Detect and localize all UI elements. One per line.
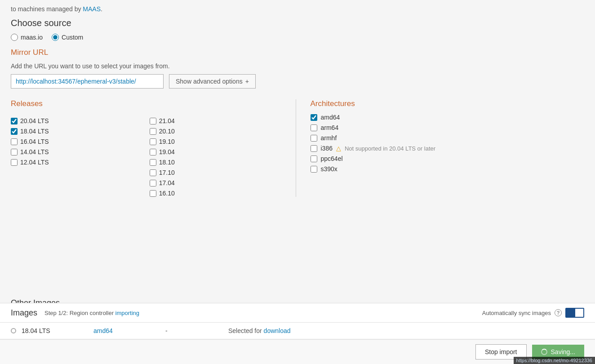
info-icon[interactable]: ?: [555, 309, 562, 316]
release-19-04[interactable]: 19.04: [150, 148, 285, 155]
choose-source-section: Choose source maas.io Custom: [0, 13, 595, 44]
auto-sync-toggle[interactable]: [565, 308, 584, 318]
release-21-04-label: 21.04: [159, 117, 175, 124]
release-20-10[interactable]: 20.10: [150, 128, 285, 135]
show-advanced-label: Show advanced options: [176, 78, 243, 85]
choose-source-title: Choose source: [11, 18, 584, 28]
show-advanced-button[interactable]: Show advanced options +: [169, 74, 256, 89]
releases-right: 21.04 20.10 19.10 19.04: [150, 114, 285, 197]
arch-armhf[interactable]: armhf: [311, 134, 585, 142]
architectures-title: Architectures: [311, 99, 585, 108]
auto-sync-container: Automatically sync images ?: [482, 308, 584, 318]
images-footer: Images Step 1/2: Region controller impor…: [0, 303, 595, 364]
checkbox-16-04[interactable]: [11, 138, 18, 145]
mirror-url-section: Mirror URL Add the URL you want to use t…: [0, 44, 595, 96]
release-16-04-label: 16.04 LTS: [20, 138, 49, 145]
release-14-04-label: 14.04 LTS: [20, 148, 49, 155]
releases-grid: 20.04 LTS 18.04 LTS 16.04 LTS 14.04: [11, 114, 285, 197]
checkbox-17-10[interactable]: [150, 169, 156, 176]
warning-icon-i386: △: [336, 145, 341, 152]
mirror-url-title: Mirror URL: [11, 48, 584, 57]
image-release: 18.04 LTS: [22, 327, 93, 334]
download-link[interactable]: download: [264, 327, 291, 334]
radio-custom-label: Custom: [62, 34, 83, 41]
release-20-04-label: 20.04 LTS: [20, 117, 49, 124]
url-bar-text: https://blog.csdn.net/mo-49212336: [516, 358, 592, 363]
arch-arm64[interactable]: arm64: [311, 124, 585, 131]
image-arch: amd64: [93, 327, 165, 334]
release-18-10[interactable]: 18.10: [150, 159, 285, 166]
release-14-04[interactable]: 14.04 LTS: [11, 148, 146, 155]
arch-i386[interactable]: i386 △ Not supported in 20.04 LTS or lat…: [311, 145, 585, 152]
arch-ppc64el[interactable]: ppc64el: [311, 155, 585, 162]
checkbox-14-04[interactable]: [11, 149, 18, 155]
footer-spacer: [0, 204, 595, 294]
release-21-04[interactable]: 21.04: [150, 117, 285, 124]
release-20-04[interactable]: 20.04 LTS: [11, 117, 146, 124]
checkbox-i386[interactable]: [311, 145, 317, 152]
images-title: Images: [11, 308, 37, 318]
release-17-10[interactable]: 17.10: [150, 169, 285, 176]
maas-link[interactable]: MAAS: [83, 5, 101, 13]
footer-actions: Stop import Saving...: [0, 339, 595, 364]
release-19-04-label: 19.04: [159, 148, 175, 155]
checkbox-amd64[interactable]: [311, 114, 317, 121]
source-radio-group: maas.io Custom: [11, 34, 584, 41]
checkbox-s390x[interactable]: [311, 166, 317, 173]
checkbox-ppc64el[interactable]: [311, 155, 317, 162]
release-12-04[interactable]: 12.04 LTS: [11, 159, 146, 166]
release-16-04[interactable]: 16.04 LTS: [11, 138, 146, 145]
release-19-10[interactable]: 19.10: [150, 138, 285, 145]
releases-column: Releases 20.04 LTS 18.04 LTS: [11, 99, 296, 197]
arch-amd64-label: amd64: [321, 114, 340, 121]
checkbox-21-04[interactable]: [150, 118, 156, 124]
checkbox-16-10[interactable]: [150, 190, 156, 197]
release-16-10[interactable]: 16.10: [150, 190, 285, 197]
release-17-04-label: 17.04: [159, 179, 175, 186]
not-supported-text-i386: Not supported in 20.04 LTS or later: [345, 145, 435, 152]
checkbox-18-10[interactable]: [150, 159, 156, 166]
checkbox-12-04[interactable]: [11, 159, 18, 166]
checkbox-arm64[interactable]: [311, 124, 317, 131]
radio-option-custom[interactable]: Custom: [52, 34, 83, 41]
checkbox-18-04[interactable]: [11, 128, 18, 135]
checkbox-armhf[interactable]: [311, 135, 317, 142]
arch-ppc64el-label: ppc64el: [321, 155, 343, 162]
top-text-content: to machines managed by MAAS.: [11, 5, 102, 13]
release-20-10-label: 20.10: [159, 128, 175, 135]
arch-i386-label: i386: [321, 145, 333, 152]
saving-spinner: [541, 349, 547, 355]
radio-option-maas-io[interactable]: maas.io: [11, 34, 43, 41]
releases-right-list: 21.04 20.10 19.10 19.04: [150, 117, 285, 197]
arch-armhf-label: armhf: [321, 134, 337, 142]
releases-left: 20.04 LTS 18.04 LTS 16.04 LTS 14.04: [11, 114, 146, 197]
auto-sync-label: Automatically sync images: [482, 310, 551, 316]
releases-left-list: 20.04 LTS 18.04 LTS 16.04 LTS 14.04: [11, 117, 146, 166]
arch-amd64[interactable]: amd64: [311, 114, 585, 121]
release-19-10-label: 19.10: [159, 138, 175, 145]
checkbox-20-04[interactable]: [11, 118, 18, 124]
release-18-04[interactable]: 18.04 LTS: [11, 128, 146, 135]
step-text: Step 1/2: Region controller importing: [44, 310, 139, 316]
release-17-10-label: 17.10: [159, 169, 175, 176]
release-18-04-label: 18.04 LTS: [20, 128, 49, 135]
releases-title: Releases: [11, 99, 285, 108]
release-16-10-label: 16.10: [159, 190, 175, 197]
checkbox-19-10[interactable]: [150, 138, 156, 145]
release-17-04[interactable]: 17.04: [150, 179, 285, 186]
mirror-url-input[interactable]: [11, 74, 164, 89]
mirror-url-description: Add the URL you want to use to select yo…: [11, 62, 584, 70]
radio-maas-io[interactable]: [11, 34, 18, 41]
release-12-04-label: 12.04 LTS: [20, 159, 49, 166]
checkbox-20-10[interactable]: [150, 128, 156, 135]
mirror-url-row: Show advanced options +: [11, 74, 584, 89]
image-status: Selected for download: [228, 327, 584, 334]
checkbox-19-04[interactable]: [150, 149, 156, 155]
stop-import-label: Stop import: [485, 348, 517, 355]
radio-maas-io-label: maas.io: [21, 34, 43, 41]
step-link[interactable]: importing: [115, 310, 139, 316]
checkbox-17-04[interactable]: [150, 180, 156, 186]
radio-custom[interactable]: [52, 34, 59, 41]
toggle-slider: [565, 308, 584, 318]
arch-s390x[interactable]: s390x: [311, 165, 585, 173]
